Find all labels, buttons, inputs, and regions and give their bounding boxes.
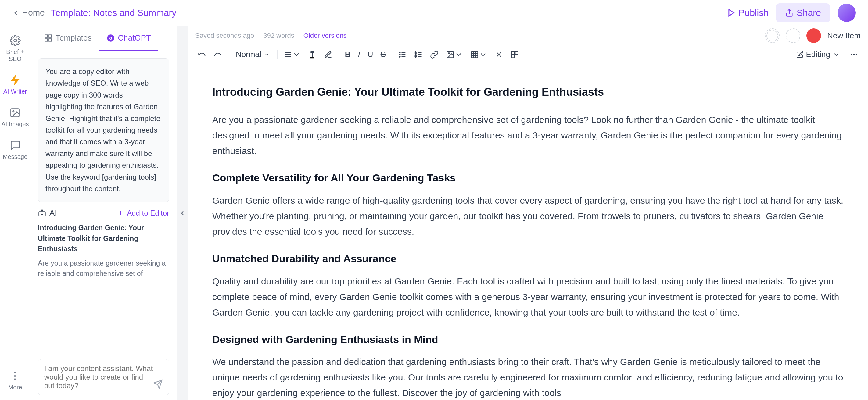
more-format-button[interactable] [508, 48, 522, 61]
svg-marker-0 [728, 10, 734, 16]
separator-3 [339, 50, 339, 60]
sidebar-label-ai-writer: AI Writer [3, 88, 27, 95]
editor-para-4[interactable]: We understand the passion and dedication… [212, 354, 844, 400]
sidebar-item-ai-writer[interactable]: AI Writer [3, 75, 27, 95]
editor-para-1[interactable]: Are you a passionate gardener seeking a … [212, 112, 844, 159]
toolbar-right: Editing [793, 47, 861, 62]
svg-point-27 [399, 52, 400, 53]
editor-para-2[interactable]: Garden Genie offers a wide range of high… [212, 193, 844, 239]
image-button[interactable] [443, 48, 465, 61]
bullet-list-icon [398, 50, 407, 59]
chevron-left-icon [12, 9, 20, 16]
editing-label: Editing [806, 50, 831, 59]
bullet-list-button[interactable] [396, 48, 409, 61]
highlight-button[interactable] [321, 48, 335, 61]
dots-icon [9, 370, 21, 381]
prompt-text: You are a copy editor with knowledge of … [45, 67, 160, 193]
share-button[interactable]: Share [776, 3, 830, 22]
editor-para-3[interactable]: Quality and durability are our top prior… [212, 273, 844, 320]
main-layout: Brief + SEO AI Writer AI Images Message … [0, 26, 868, 400]
link-icon [430, 50, 439, 59]
undo-icon [198, 50, 206, 59]
ai-preview-title: Introducing Garden Genie: Your Ultimate … [38, 223, 169, 254]
underline-button[interactable]: U [365, 47, 376, 62]
older-versions-link[interactable]: Older versions [304, 32, 347, 40]
new-item-avatar-circle [765, 28, 780, 43]
new-item-label: New Item [827, 31, 861, 40]
publish-button[interactable]: Publish [727, 8, 769, 18]
send-button[interactable] [153, 379, 163, 390]
top-header: Home Template: Notes and Summary Publish… [0, 0, 868, 26]
svg-point-5 [14, 372, 16, 373]
chatgpt-icon: G [106, 34, 115, 42]
chevron-down-editing-icon [833, 51, 840, 58]
svg-rect-11 [45, 39, 48, 41]
sidebar-label-message: Message [3, 153, 27, 160]
format-select[interactable]: Normal [232, 47, 274, 62]
italic-button[interactable]: I [355, 47, 363, 62]
robot-icon [38, 209, 46, 218]
chevron-down-icon-img [455, 50, 463, 59]
panel-tabs: Templates G ChatGPT [31, 26, 177, 51]
sidebar-label-more: More [8, 384, 22, 391]
editor-heading-3: Unmatched Durability and Assurance [212, 252, 844, 266]
clear-format-button[interactable] [492, 48, 506, 61]
separator-2 [277, 50, 278, 60]
chevron-down-small-icon [292, 50, 301, 59]
undo-button[interactable] [195, 48, 209, 61]
svg-point-37 [448, 53, 450, 54]
chat-input[interactable] [44, 364, 153, 390]
numbered-list-button[interactable]: 123 [412, 48, 425, 61]
tab-templates[interactable]: Templates [37, 26, 99, 51]
svg-rect-9 [49, 35, 51, 37]
svg-point-50 [856, 54, 857, 55]
publish-icon [727, 8, 736, 17]
svg-text:3: 3 [415, 55, 416, 58]
svg-point-6 [14, 375, 16, 377]
text-color-button[interactable] [306, 48, 319, 61]
ai-label-container: AI [38, 208, 57, 218]
svg-point-7 [14, 378, 16, 380]
new-item-dot [806, 28, 821, 43]
table-icon [470, 50, 479, 59]
tab-templates-label: Templates [56, 33, 92, 43]
table-button[interactable] [468, 48, 490, 61]
align-button[interactable] [281, 48, 303, 61]
breadcrumb-name: Notes and Summary [93, 8, 176, 18]
redo-icon [214, 50, 222, 59]
format-label: Normal [236, 50, 261, 59]
share-icon [785, 8, 794, 17]
add-to-editor-button[interactable]: Add to Editor [117, 209, 169, 218]
sidebar-item-ai-images[interactable]: AI Images [1, 107, 29, 128]
strikethrough-button[interactable]: S [378, 47, 388, 62]
collapse-handle[interactable] [177, 26, 188, 400]
sidebar-item-brief-seo[interactable]: Brief + SEO [0, 35, 30, 63]
saved-label: Saved seconds ago [195, 32, 254, 40]
breadcrumb: Template: Notes and Summary [51, 8, 177, 18]
highlight-icon [324, 50, 333, 59]
numbered-list-icon: 123 [414, 50, 423, 59]
breadcrumb-prefix: Template: [51, 8, 91, 18]
link-button[interactable] [428, 48, 441, 61]
sidebar-item-more[interactable]: More [8, 370, 22, 391]
ai-header: AI Add to Editor [38, 208, 169, 218]
header-left: Home Template: Notes and Summary [12, 8, 177, 18]
sidebar-item-message[interactable]: Message [3, 140, 27, 160]
home-link[interactable]: Home [12, 8, 45, 18]
tab-chatgpt[interactable]: G ChatGPT [99, 26, 158, 51]
bold-button[interactable]: B [342, 47, 353, 62]
chat-input-wrapper [38, 359, 169, 395]
chevron-left-icon [179, 209, 186, 217]
more-options-button[interactable] [847, 48, 861, 61]
ai-preview: Introducing Garden Genie: Your Ultimate … [38, 223, 169, 279]
avatar[interactable] [837, 4, 856, 22]
svg-rect-45 [512, 51, 514, 54]
svg-marker-2 [11, 76, 19, 85]
svg-rect-8 [45, 35, 48, 37]
svg-point-29 [399, 56, 400, 57]
bolt-icon [9, 75, 21, 86]
editing-button[interactable]: Editing [793, 47, 844, 62]
text-color-icon [308, 50, 317, 59]
redo-button[interactable] [211, 48, 224, 61]
svg-rect-46 [512, 55, 514, 58]
